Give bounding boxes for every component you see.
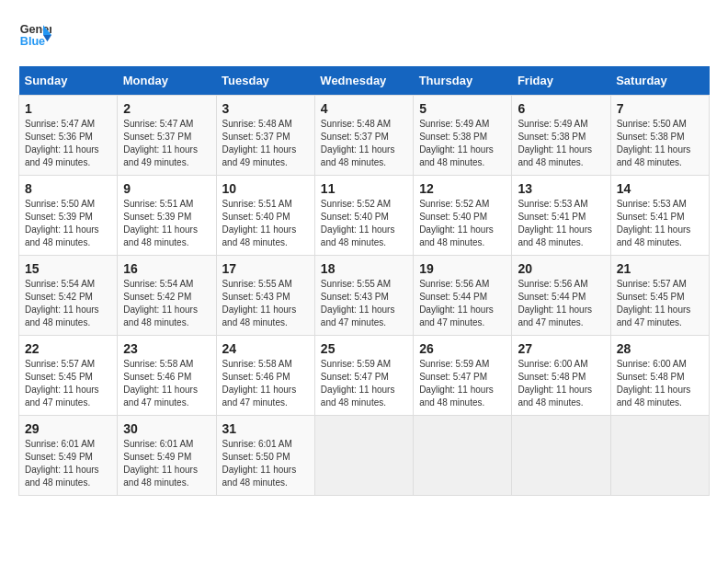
day-info: Sunrise: 5:50 AMSunset: 5:38 PMDaylight:…: [617, 118, 703, 169]
day-info: Sunrise: 5:48 AMSunset: 5:37 PMDaylight:…: [321, 118, 407, 169]
day-number: 12: [419, 181, 506, 196]
day-number: 26: [419, 341, 506, 356]
calendar-cell: 29Sunrise: 6:01 AMSunset: 5:49 PMDayligh…: [19, 416, 118, 496]
day-number: 30: [123, 421, 210, 436]
day-number: 15: [25, 261, 111, 276]
svg-text:Blue: Blue: [20, 35, 45, 48]
calendar-cell: 15Sunrise: 5:54 AMSunset: 5:42 PMDayligh…: [19, 256, 118, 336]
calendar-cell: 8Sunrise: 5:50 AMSunset: 5:39 PMDaylight…: [19, 176, 118, 256]
day-number: 9: [123, 181, 210, 196]
day-number: 11: [321, 181, 407, 196]
day-info: Sunrise: 5:52 AMSunset: 5:40 PMDaylight:…: [321, 198, 407, 249]
calendar-cell: 31Sunrise: 6:01 AMSunset: 5:50 PMDayligh…: [216, 416, 314, 496]
header-thursday: Thursday: [414, 66, 512, 96]
day-info: Sunrise: 5:55 AMSunset: 5:43 PMDaylight:…: [321, 278, 407, 329]
day-info: Sunrise: 5:53 AMSunset: 5:41 PMDaylight:…: [617, 198, 703, 249]
calendar-cell: 10Sunrise: 5:51 AMSunset: 5:40 PMDayligh…: [216, 176, 314, 256]
day-info: Sunrise: 5:56 AMSunset: 5:44 PMDaylight:…: [419, 278, 506, 329]
day-info: Sunrise: 5:48 AMSunset: 5:37 PMDaylight:…: [222, 118, 309, 169]
calendar-cell: [610, 416, 709, 496]
day-number: 5: [419, 101, 506, 116]
day-info: Sunrise: 5:58 AMSunset: 5:46 PMDaylight:…: [123, 358, 210, 409]
calendar-cell: 13Sunrise: 5:53 AMSunset: 5:41 PMDayligh…: [512, 176, 610, 256]
day-info: Sunrise: 6:01 AMSunset: 5:49 PMDaylight:…: [25, 438, 111, 489]
day-number: 10: [222, 181, 309, 196]
day-info: Sunrise: 6:00 AMSunset: 5:48 PMDaylight:…: [518, 358, 604, 409]
day-number: 18: [321, 261, 407, 276]
header-wednesday: Wednesday: [314, 66, 413, 96]
day-number: 29: [25, 421, 111, 436]
header-monday: Monday: [118, 66, 216, 96]
calendar-table: Sunday Monday Tuesday Wednesday Thursday…: [18, 66, 710, 496]
calendar-cell: 27Sunrise: 6:00 AMSunset: 5:48 PMDayligh…: [512, 336, 610, 416]
calendar-cell: 7Sunrise: 5:50 AMSunset: 5:38 PMDaylight…: [610, 96, 709, 176]
day-number: 13: [518, 181, 604, 196]
calendar-cell: 21Sunrise: 5:57 AMSunset: 5:45 PMDayligh…: [610, 256, 709, 336]
day-number: 1: [25, 101, 111, 116]
day-info: Sunrise: 5:51 AMSunset: 5:39 PMDaylight:…: [123, 198, 210, 249]
day-number: 31: [222, 421, 309, 436]
logo-icon: General Blue: [18, 18, 51, 52]
calendar-cell: [512, 416, 610, 496]
header-sunday: Sunday: [19, 66, 118, 96]
calendar-week-row: 29Sunrise: 6:01 AMSunset: 5:49 PMDayligh…: [19, 416, 710, 496]
day-number: 14: [617, 181, 703, 196]
day-info: Sunrise: 5:59 AMSunset: 5:47 PMDaylight:…: [419, 358, 506, 409]
day-number: 3: [222, 101, 309, 116]
calendar-cell: 18Sunrise: 5:55 AMSunset: 5:43 PMDayligh…: [314, 256, 413, 336]
calendar-cell: 5Sunrise: 5:49 AMSunset: 5:38 PMDaylight…: [414, 96, 512, 176]
calendar-week-row: 15Sunrise: 5:54 AMSunset: 5:42 PMDayligh…: [19, 256, 710, 336]
day-info: Sunrise: 5:59 AMSunset: 5:47 PMDaylight:…: [321, 358, 407, 409]
day-info: Sunrise: 5:50 AMSunset: 5:39 PMDaylight:…: [25, 198, 111, 249]
day-info: Sunrise: 5:49 AMSunset: 5:38 PMDaylight:…: [419, 118, 506, 169]
header-friday: Friday: [512, 66, 610, 96]
calendar-week-row: 1Sunrise: 5:47 AMSunset: 5:36 PMDaylight…: [19, 96, 710, 176]
calendar-cell: 16Sunrise: 5:54 AMSunset: 5:42 PMDayligh…: [118, 256, 216, 336]
day-info: Sunrise: 6:00 AMSunset: 5:48 PMDaylight:…: [617, 358, 703, 409]
calendar-cell: 3Sunrise: 5:48 AMSunset: 5:37 PMDaylight…: [216, 96, 314, 176]
calendar-cell: 25Sunrise: 5:59 AMSunset: 5:47 PMDayligh…: [314, 336, 413, 416]
day-info: Sunrise: 5:54 AMSunset: 5:42 PMDaylight:…: [123, 278, 210, 329]
day-number: 20: [518, 261, 604, 276]
day-number: 7: [617, 101, 703, 116]
day-number: 2: [123, 101, 210, 116]
day-info: Sunrise: 5:55 AMSunset: 5:43 PMDaylight:…: [222, 278, 309, 329]
calendar-cell: 4Sunrise: 5:48 AMSunset: 5:37 PMDaylight…: [314, 96, 413, 176]
day-info: Sunrise: 5:57 AMSunset: 5:45 PMDaylight:…: [25, 358, 111, 409]
day-number: 24: [222, 341, 309, 356]
calendar-cell: 9Sunrise: 5:51 AMSunset: 5:39 PMDaylight…: [118, 176, 216, 256]
calendar-cell: 12Sunrise: 5:52 AMSunset: 5:40 PMDayligh…: [414, 176, 512, 256]
day-info: Sunrise: 5:51 AMSunset: 5:40 PMDaylight:…: [222, 198, 309, 249]
calendar-cell: 11Sunrise: 5:52 AMSunset: 5:40 PMDayligh…: [314, 176, 413, 256]
day-number: 4: [321, 101, 407, 116]
day-number: 25: [321, 341, 407, 356]
calendar-cell: 17Sunrise: 5:55 AMSunset: 5:43 PMDayligh…: [216, 256, 314, 336]
day-info: Sunrise: 6:01 AMSunset: 5:50 PMDaylight:…: [222, 438, 309, 489]
day-number: 21: [617, 261, 703, 276]
day-info: Sunrise: 5:47 AMSunset: 5:36 PMDaylight:…: [25, 118, 111, 169]
calendar-cell: 26Sunrise: 5:59 AMSunset: 5:47 PMDayligh…: [414, 336, 512, 416]
calendar-cell: 30Sunrise: 6:01 AMSunset: 5:49 PMDayligh…: [118, 416, 216, 496]
day-number: 19: [419, 261, 506, 276]
day-number: 17: [222, 261, 309, 276]
day-number: 8: [25, 181, 111, 196]
day-number: 27: [518, 341, 604, 356]
calendar-cell: [414, 416, 512, 496]
calendar-cell: 28Sunrise: 6:00 AMSunset: 5:48 PMDayligh…: [610, 336, 709, 416]
day-info: Sunrise: 5:47 AMSunset: 5:37 PMDaylight:…: [123, 118, 210, 169]
day-number: 22: [25, 341, 111, 356]
day-info: Sunrise: 5:49 AMSunset: 5:38 PMDaylight:…: [518, 118, 604, 169]
day-info: Sunrise: 5:56 AMSunset: 5:44 PMDaylight:…: [518, 278, 604, 329]
day-info: Sunrise: 6:01 AMSunset: 5:49 PMDaylight:…: [123, 438, 210, 489]
calendar-week-row: 8Sunrise: 5:50 AMSunset: 5:39 PMDaylight…: [19, 176, 710, 256]
day-number: 28: [617, 341, 703, 356]
header-saturday: Saturday: [610, 66, 709, 96]
calendar-cell: 24Sunrise: 5:58 AMSunset: 5:46 PMDayligh…: [216, 336, 314, 416]
day-info: Sunrise: 5:58 AMSunset: 5:46 PMDaylight:…: [222, 358, 309, 409]
calendar-cell: 1Sunrise: 5:47 AMSunset: 5:36 PMDaylight…: [19, 96, 118, 176]
day-number: 23: [123, 341, 210, 356]
day-number: 16: [123, 261, 210, 276]
day-info: Sunrise: 5:53 AMSunset: 5:41 PMDaylight:…: [518, 198, 604, 249]
calendar-cell: 6Sunrise: 5:49 AMSunset: 5:38 PMDaylight…: [512, 96, 610, 176]
day-number: 6: [518, 101, 604, 116]
